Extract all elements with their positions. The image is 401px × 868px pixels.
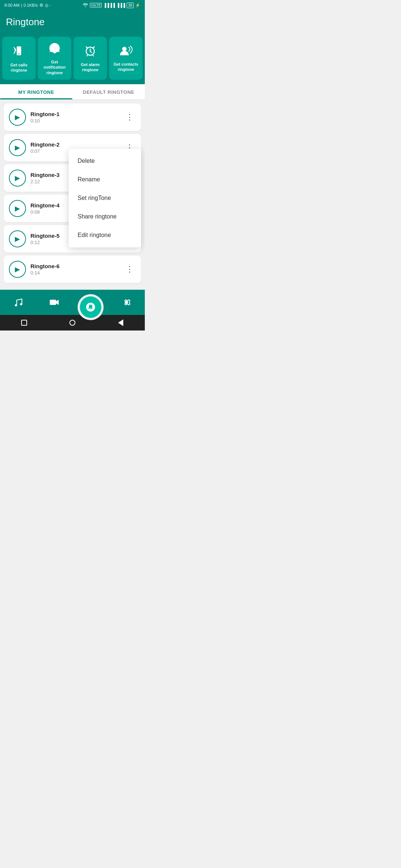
calls-icon (12, 44, 26, 59)
network-speed: | (21, 3, 22, 7)
page-title: Ringtone (6, 16, 139, 28)
nav-center-bump (78, 294, 104, 320)
context-menu: Delete Rename Set ringTone Share rington… (69, 149, 141, 247)
status-left: 8:00 AM | 0.1KB/s ⚙ ◎ · (4, 3, 51, 8)
play-button-3[interactable]: ▶ (9, 170, 26, 187)
context-menu-set[interactable]: Set ringTone (69, 189, 141, 207)
ringtone-item-2: ▶ Ringtone-2 0:07 ⋮ Delete Rename Set ri… (4, 134, 141, 161)
bottom-nav (0, 290, 145, 315)
ringtone-name-2: Ringtone-2 (30, 141, 119, 148)
notification-label: Get notification ringtone (40, 59, 69, 75)
more-button-6[interactable]: ⋮ (123, 264, 136, 275)
settings-icon: ⚙ (39, 3, 43, 8)
time: 8:00 AM (4, 3, 19, 7)
alarm-label: Get alarm ringtone (76, 62, 105, 73)
android-nav (0, 315, 145, 331)
signal-icon: ▐▐▐▐ (103, 3, 115, 7)
play-button-4[interactable]: ▶ (9, 200, 26, 217)
dot: · (50, 3, 51, 7)
ringtone-duration-6: 0:14 (30, 270, 119, 276)
network-kb: 0.1KB/s (23, 3, 38, 7)
quick-actions: Get calls ringtone Get notification ring… (0, 34, 145, 84)
context-menu-delete[interactable]: Delete (69, 152, 141, 170)
action-alarm[interactable]: Get alarm ringtone (74, 37, 107, 80)
play-button-2[interactable]: ▶ (9, 139, 26, 156)
charging-icon: ⚡ (135, 3, 140, 8)
calls-label: Get calls ringtone (4, 62, 33, 73)
ringtone-name-6: Ringtone-6 (30, 263, 119, 269)
contacts-label: Get contacts ringtone (111, 62, 140, 72)
ringtone-name-1: Ringtone-1 (30, 111, 119, 117)
target-icon: ◎ (45, 3, 49, 8)
action-notification[interactable]: Get notification ringtone (38, 37, 71, 80)
android-square-button[interactable] (20, 319, 28, 327)
action-contacts[interactable]: Get contacts ringtone (109, 37, 143, 80)
context-menu-edit[interactable]: Edit ringtone (69, 226, 141, 244)
action-calls[interactable]: Get calls ringtone (2, 37, 36, 80)
contacts-icon (119, 45, 133, 59)
context-menu-rename[interactable]: Rename (69, 170, 141, 189)
status-bar: 8:00 AM | 0.1KB/s ⚙ ◎ · VoLTE ▐▐▐▐ ▐▐▐ 3… (0, 0, 145, 10)
status-right: VoLTE ▐▐▐▐ ▐▐▐ 38 ⚡ (82, 3, 140, 8)
battery-icon: 38 (127, 3, 134, 8)
svg-rect-4 (50, 300, 56, 305)
notification-icon (48, 42, 61, 56)
play-button-6[interactable]: ▶ (9, 261, 26, 278)
svg-point-2 (15, 304, 17, 306)
volte-icon: VoLTE (90, 3, 102, 7)
tabs: MY RINGTONE DEFAULT RINGTONE (0, 84, 145, 100)
tab-my-ringtone[interactable]: MY RINGTONE (0, 84, 72, 99)
signal2-icon: ▐▐▐ (116, 3, 125, 7)
ringtone-duration-1: 0:10 (30, 118, 119, 124)
more-button-1[interactable]: ⋮ (123, 112, 136, 123)
header: Ringtone (0, 10, 145, 34)
play-button-5[interactable]: ▶ (9, 230, 26, 247)
nav-bell-button[interactable] (80, 296, 101, 318)
alarm-icon (84, 45, 97, 59)
android-home-button[interactable] (68, 319, 76, 327)
ringtone-item-1: ▶ Ringtone-1 0:10 ⋮ (4, 103, 141, 131)
tab-default-ringtone[interactable]: DEFAULT RINGTONE (72, 84, 145, 99)
play-button-1[interactable]: ▶ (9, 109, 26, 126)
android-back-button[interactable] (117, 319, 125, 327)
svg-point-1 (122, 47, 127, 51)
context-menu-share[interactable]: Share ringtone (69, 207, 141, 226)
ringtone-list: ▶ Ringtone-1 0:10 ⋮ ▶ Ringtone-2 0:07 ⋮ … (0, 100, 145, 290)
nav-video[interactable] (36, 290, 73, 315)
ringtone-info-6: Ringtone-6 0:14 (30, 263, 119, 276)
wifi-icon (82, 3, 88, 8)
svg-point-3 (20, 303, 22, 305)
nav-settings[interactable] (109, 290, 145, 315)
nav-music[interactable] (0, 290, 36, 315)
ringtone-item-6: ▶ Ringtone-6 0:14 ⋮ (4, 256, 141, 283)
ringtone-info-1: Ringtone-1 0:10 (30, 111, 119, 124)
